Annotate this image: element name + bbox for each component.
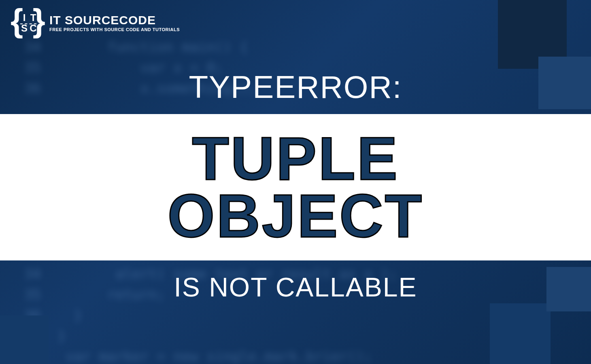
headline-middle: TUPLE OBJECT [168,130,423,245]
headline-bottom: IS NOT CALLABLE [0,272,591,303]
headline-mid-line1: TUPLE [168,130,423,188]
logo-mark-icon: { I T S C } [12,9,44,37]
deco-square [490,303,551,364]
headline-top: TYPEERROR: [0,69,591,106]
headline-mid-line2: OBJECT [168,187,423,245]
logo-letter: I [20,13,28,23]
logo-letter: S [20,23,28,33]
deco-square [0,315,49,364]
white-band: TUPLE OBJECT [0,114,591,260]
brand-tagline: FREE PROJECTS WITH SOURCE CODE AND TUTOR… [49,28,180,32]
brand-name: IT SOURCECODE [49,14,180,27]
brand-logo: { I T S C } IT SOURCECODE FREE PROJECTS … [12,9,180,37]
